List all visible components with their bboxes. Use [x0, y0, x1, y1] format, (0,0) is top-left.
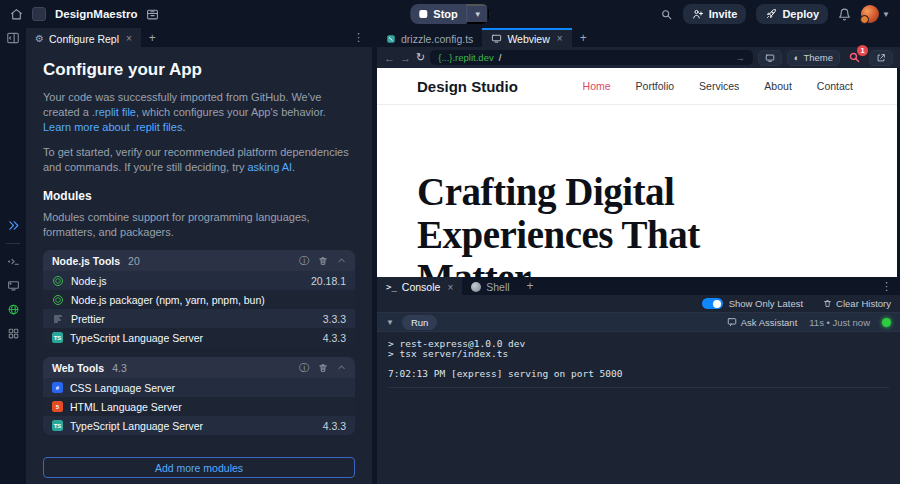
show-only-latest-toggle[interactable] — [702, 298, 723, 309]
collapse-chevron-icon[interactable] — [337, 256, 346, 265]
new-tab-plus-icon[interactable]: + — [572, 28, 595, 47]
shell-icon[interactable] — [7, 255, 20, 268]
stop-button[interactable]: Stop — [410, 4, 466, 24]
run-command-pill[interactable]: Run — [402, 315, 437, 330]
webview-monitor-icon[interactable] — [7, 279, 20, 292]
stop-button-group: Stop ▼ — [410, 4, 489, 24]
replit-file-link[interactable]: .replit file — [92, 106, 136, 118]
hero-line: Crafting Digital — [417, 171, 857, 214]
agent-icon[interactable] — [7, 219, 20, 232]
nav-link-contact[interactable]: Contact — [817, 80, 853, 92]
collapse-chevron-icon[interactable] — [337, 363, 346, 372]
tab-webview[interactable]: Webview × — [482, 28, 571, 47]
nav-link-about[interactable]: About — [764, 80, 791, 92]
module-group-nodejs: Node.js Tools 20 ⓘ Node.js 20.18.1 — [43, 250, 355, 347]
show-only-latest-label[interactable]: Show Only Latest — [729, 298, 803, 309]
account-menu[interactable]: ▼ — [861, 5, 890, 23]
intro-paragraph-2: To get started, verify our recommended p… — [43, 145, 355, 175]
module-row[interactable]: # CSS Language Server — [43, 378, 355, 397]
nav-link-home[interactable]: Home — [583, 80, 611, 92]
tab-label: Shell — [486, 281, 509, 293]
invite-button[interactable]: Invite — [683, 4, 747, 24]
close-tab-icon[interactable]: × — [447, 282, 453, 293]
repl-title: DesignMaestro — [55, 8, 137, 20]
devtools-monitor-icon[interactable] — [758, 50, 782, 66]
tab-label: drizzle.config.ts — [401, 33, 473, 45]
learn-more-link[interactable]: Learn more about .replit files. — [43, 121, 185, 133]
pane-options-kebab-icon[interactable]: ⋮ — [345, 28, 372, 47]
all-tools-grid-icon[interactable] — [7, 327, 20, 340]
nodejs-icon — [52, 294, 64, 306]
rocket-icon — [765, 8, 777, 20]
go-arrow-icon[interactable]: → — [736, 53, 745, 63]
module-row[interactable]: Node.js packager (npm, yarn, pnpm, bun) — [43, 290, 355, 309]
hero-line: Experiences That — [417, 214, 857, 257]
stop-options-chevron-icon[interactable]: ▼ — [467, 4, 490, 24]
info-icon[interactable]: ⓘ — [299, 254, 309, 268]
ask-assistant-button[interactable]: Ask Assistant — [727, 317, 798, 328]
webview-browser-bar: ← → ↻ {...}.replit.dev / → ◐ Theme — [377, 47, 900, 68]
module-label: TypeScript Language Server — [70, 332, 203, 344]
nav-link-services[interactable]: Services — [699, 80, 739, 92]
collapse-sidebar-icon[interactable] — [6, 31, 20, 45]
search-icon[interactable] — [660, 8, 673, 21]
tab-label: Webview — [507, 33, 549, 45]
tab-configure-repl[interactable]: ⚙ Configure Repl × — [26, 28, 141, 47]
url-bar[interactable]: {...}.replit.dev / → — [430, 50, 752, 65]
module-version: 3.3.3 — [323, 313, 346, 325]
open-external-icon[interactable] — [869, 50, 893, 66]
left-icon-strip — [0, 28, 26, 484]
new-tab-plus-icon[interactable]: + — [141, 28, 164, 47]
nav-link-portfolio[interactable]: Portfolio — [636, 80, 675, 92]
url-host: {...}.replit.dev — [438, 52, 493, 63]
info-icon[interactable]: ⓘ — [299, 361, 309, 375]
refresh-icon[interactable]: ↻ — [416, 51, 425, 64]
tab-console[interactable]: >_ Console × — [377, 277, 462, 295]
intro-text: To get started, verify our recommended p… — [43, 146, 349, 173]
trash-icon[interactable] — [318, 256, 328, 266]
topbar-left: DesignMaestro — [10, 7, 159, 21]
new-tab-plus-icon[interactable]: + — [519, 277, 542, 295]
module-row[interactable]: TS TypeScript Language Server 4.3.3 — [43, 328, 355, 347]
user-avatar — [861, 5, 879, 23]
theme-button[interactable]: ◐ Theme — [787, 50, 840, 66]
console-line: > tsx server/index.ts — [388, 349, 889, 359]
html-icon: 5 — [52, 401, 63, 412]
intro-text: . — [292, 161, 295, 173]
module-group-header[interactable]: Node.js Tools 20 ⓘ — [43, 250, 355, 271]
archive-icon[interactable] — [146, 8, 159, 21]
module-group-header[interactable]: Web Tools 4.3 ⓘ — [43, 357, 355, 378]
tab-shell[interactable]: Shell — [462, 277, 518, 295]
site-navbar: Design Studio Home Portfolio Services Ab… — [377, 68, 897, 105]
console-tabbar: >_ Console × Shell + ⋮ — [377, 277, 900, 295]
tab-drizzle-config[interactable]: drizzle.config.ts — [377, 28, 482, 47]
module-row[interactable]: Prettier 3.3.3 — [43, 309, 355, 328]
invite-label: Invite — [709, 8, 738, 20]
module-label: HTML Language Server — [70, 401, 182, 413]
deploy-button[interactable]: Deploy — [756, 4, 828, 24]
tab-label: Console — [402, 281, 441, 293]
back-icon[interactable]: ← — [384, 52, 395, 64]
console-output[interactable]: > rest-express@1.0.0 dev > tsx server/in… — [377, 332, 900, 484]
console-options-kebab-icon[interactable]: ⋮ — [873, 277, 900, 295]
shell-icon — [471, 282, 481, 292]
close-tab-icon[interactable]: × — [126, 33, 132, 44]
add-more-modules-button[interactable]: Add more modules — [43, 457, 355, 478]
clear-history-button[interactable]: Clear History — [823, 298, 891, 309]
notifications-bell-icon[interactable] — [838, 8, 851, 21]
drizzle-file-icon — [386, 34, 396, 44]
main-area: ⚙ Configure Repl × + ⋮ Configure your Ap… — [0, 28, 900, 484]
site-brand[interactable]: Design Studio — [417, 78, 518, 95]
ask-assistant-label: Ask Assistant — [741, 317, 798, 328]
trash-icon[interactable] — [318, 363, 328, 373]
collapse-run-chevron-icon[interactable]: ▼ — [386, 318, 394, 327]
forward-icon[interactable]: → — [400, 52, 411, 64]
home-icon[interactable] — [10, 8, 23, 21]
asking-ai-link[interactable]: asking AI — [247, 161, 292, 173]
module-row[interactable]: Node.js 20.18.1 — [43, 271, 355, 290]
module-row[interactable]: TS TypeScript Language Server 4.3.3 — [43, 416, 355, 435]
close-tab-icon[interactable]: × — [557, 33, 563, 44]
module-row[interactable]: 5 HTML Language Server — [43, 397, 355, 416]
css-icon: # — [52, 382, 63, 393]
networking-globe-icon[interactable] — [7, 303, 20, 316]
